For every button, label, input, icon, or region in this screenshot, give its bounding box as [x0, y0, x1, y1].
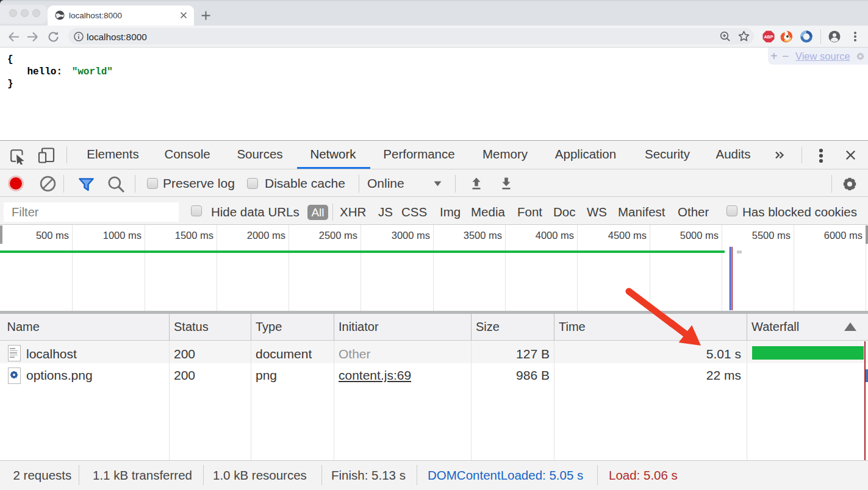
svg-text:ABP: ABP	[764, 34, 773, 40]
